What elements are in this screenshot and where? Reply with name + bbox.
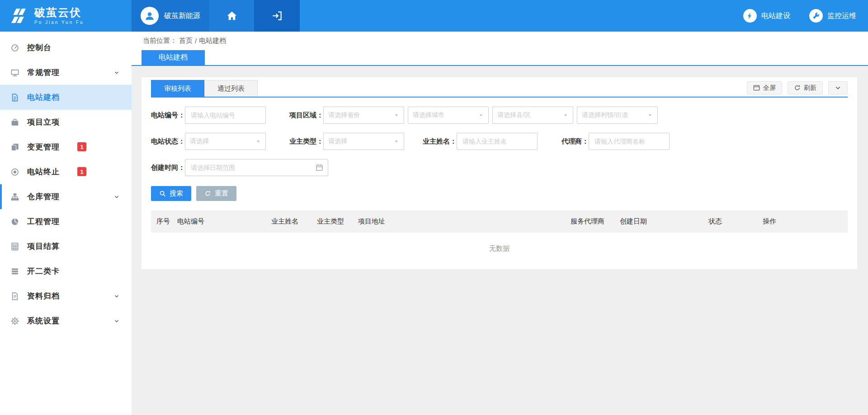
- search-button[interactable]: 搜索: [151, 186, 191, 201]
- card-icon: [11, 267, 21, 276]
- agent-input[interactable]: [589, 133, 670, 150]
- logout-button[interactable]: [254, 0, 300, 32]
- fullscreen-label: 全屏: [763, 84, 776, 92]
- avatar: [141, 7, 159, 25]
- refresh-label: 刷新: [804, 84, 816, 92]
- home-icon: [226, 10, 237, 21]
- user-menu[interactable]: 破茧新能源: [132, 0, 209, 32]
- caret-down-icon: [394, 139, 399, 144]
- header-spacer: [300, 0, 743, 32]
- sidebar-item-label: 系统设置: [27, 316, 60, 326]
- col-status: 状态: [703, 217, 757, 226]
- breadcrumb-label: 当前位置：: [143, 37, 177, 45]
- breadcrumb-home[interactable]: 首页: [179, 37, 193, 45]
- caret-down-icon: [394, 112, 399, 118]
- sidebar-item-label: 控制台: [27, 42, 52, 53]
- sidebar-item-label: 资料归档: [27, 291, 60, 301]
- owner-name-input[interactable]: [457, 133, 538, 150]
- town-select[interactable]: 请选择村镇/街道: [577, 107, 658, 124]
- search-icon: [159, 190, 166, 197]
- tab-passed-list[interactable]: 通过列表: [204, 80, 258, 97]
- sidebar-item-change-management[interactable]: 变更管理 1: [0, 135, 132, 159]
- sidebar-item-type2-card[interactable]: 开二类卡: [0, 259, 132, 284]
- content-card: 审核列表 通过列表 全屏 刷新 电站编号： 项目区域：: [142, 77, 857, 269]
- main-content: 当前位置： 首页 / 电站建档 电站建档 审核列表 通过列表 全屏 刷新: [132, 0, 868, 415]
- dashboard-icon: [11, 43, 21, 52]
- chevron-down-icon: [113, 70, 120, 76]
- district-placeholder: 请选择县/区: [497, 111, 531, 119]
- city-select[interactable]: 请选择城市: [408, 107, 489, 124]
- sidebar-item-general-management[interactable]: 常规管理: [0, 60, 132, 85]
- topbar: 当前位置： 首页 / 电站建档 电站建档: [132, 32, 868, 66]
- district-select[interactable]: 请选择县/区: [492, 107, 573, 124]
- company-name: 破茧新能源: [164, 11, 200, 21]
- nav-monitor-ops[interactable]: 监控运维: [809, 0, 856, 32]
- agent-label: 代理商：: [561, 137, 589, 146]
- sidebar-item-warehouse-management[interactable]: 仓库管理: [0, 184, 132, 209]
- sidebar-item-label: 项目立项: [27, 117, 60, 127]
- panel-tabs: 审核列表 通过列表 全屏 刷新: [151, 80, 848, 98]
- col-index: 序号: [151, 217, 172, 226]
- wrench-icon: [809, 9, 823, 23]
- brand-text: 破茧云伏 Po Jian Yun Fu: [34, 7, 84, 24]
- col-station-no: 电站编号: [172, 217, 266, 226]
- file-icon: [11, 292, 21, 301]
- col-owner-name: 业主姓名: [266, 217, 311, 226]
- collapse-button[interactable]: [828, 81, 848, 94]
- exit-icon: [272, 10, 283, 21]
- sidebar-item-station-archive[interactable]: 电站建档: [0, 85, 132, 110]
- sidebar-item-engineering-management[interactable]: 工程管理: [0, 209, 132, 234]
- filter-row-2: 电站状态： 请选择 业主类型： 请选择 业主姓名： 代理商：: [151, 133, 848, 150]
- sidebar-item-project-initiation[interactable]: 项目立项: [0, 110, 132, 135]
- calendar-icon[interactable]: [316, 163, 323, 171]
- sidebar-item-label: 工程管理: [27, 216, 60, 227]
- sidebar-item-label: 常规管理: [27, 67, 60, 78]
- lightning-icon: [743, 9, 757, 23]
- col-owner-type: 业主类型: [311, 217, 353, 226]
- sidebar-item-label: 开二类卡: [27, 266, 60, 276]
- col-service-agent: 服务代理商: [565, 217, 614, 226]
- region-label: 项目区域：: [289, 111, 323, 120]
- sidebar: 控制台 常规管理 电站建档 项目立项 变更管理 1 电站终止 1: [0, 32, 132, 415]
- province-select[interactable]: 请选择省份: [323, 107, 404, 124]
- tab-review-list[interactable]: 审核列表: [151, 80, 204, 97]
- app-header: 破茧云伏 Po Jian Yun Fu 破茧新能源: [0, 0, 868, 32]
- page-tab-station-archive[interactable]: 电站建档: [142, 50, 205, 65]
- col-actions: 操作: [757, 217, 848, 226]
- owner-type-label: 业主类型：: [289, 137, 323, 146]
- date-range-input[interactable]: [185, 159, 328, 176]
- sidebar-item-console[interactable]: 控制台: [0, 35, 132, 60]
- table-header: 序号 电站编号 业主姓名 业主类型 项目地址 服务代理商 创建日期 状态 操作: [151, 210, 848, 233]
- breadcrumb-current: 电站建档: [199, 37, 226, 45]
- caret-down-icon: [647, 112, 653, 118]
- chevron-down-icon: [835, 84, 841, 91]
- results-table: 序号 电站编号 业主姓名 业主类型 项目地址 服务代理商 创建日期 状态 操作 …: [151, 210, 848, 257]
- owner-name-label: 业主姓名：: [423, 137, 457, 146]
- empty-state: 无数据: [151, 233, 848, 257]
- sidebar-item-data-archive[interactable]: 资料归档: [0, 284, 132, 308]
- copy-icon: [11, 143, 21, 152]
- caret-down-icon: [255, 139, 261, 144]
- owner-type-select[interactable]: 请选择: [323, 133, 404, 150]
- city-placeholder: 请选择城市: [413, 111, 444, 119]
- stop-record-icon: [11, 168, 21, 177]
- sidebar-item-system-settings[interactable]: 系统设置: [0, 308, 132, 333]
- station-status-select[interactable]: 请选择: [185, 133, 266, 150]
- reset-button[interactable]: 重置: [196, 186, 236, 201]
- home-button[interactable]: [209, 0, 254, 32]
- created-time-label: 创建时间：: [151, 163, 185, 172]
- brand-subtitle: Po Jian Yun Fu: [34, 20, 84, 25]
- reset-icon: [204, 190, 211, 197]
- station-no-input[interactable]: [185, 107, 266, 124]
- grid-icon: [11, 242, 21, 251]
- nav-station-build[interactable]: 电站建设: [743, 0, 790, 32]
- brand-title: 破茧云伏: [34, 7, 84, 19]
- caret-down-icon: [478, 112, 484, 118]
- pie-chart-icon: [11, 217, 21, 226]
- refresh-button[interactable]: 刷新: [788, 81, 823, 94]
- fullscreen-button[interactable]: 全屏: [747, 81, 782, 94]
- chevron-down-icon: [113, 293, 120, 299]
- sidebar-item-station-termination[interactable]: 电站终止 1: [0, 159, 132, 184]
- sidebar-item-project-settlement[interactable]: 项目结算: [0, 234, 132, 259]
- sidebar-item-label: 仓库管理: [27, 191, 60, 202]
